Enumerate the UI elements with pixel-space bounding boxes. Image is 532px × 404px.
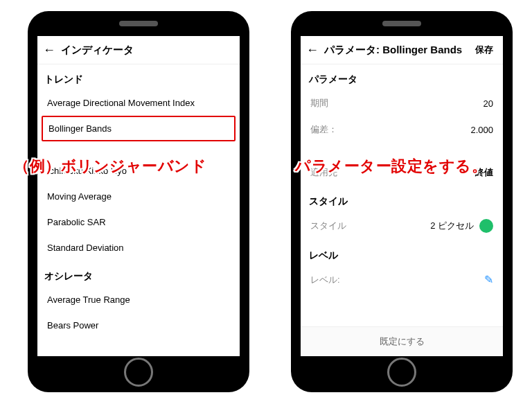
reset-default-button[interactable]: 既定にする [301, 326, 503, 356]
phone-right: ← パラメータ: Bollinger Bands 保存 パラメータ 期間 20 … [291, 11, 513, 392]
pencil-icon[interactable]: ✎ [484, 273, 493, 286]
content-left: トレンド Average Directional Movement Index … [37, 64, 240, 356]
param-row-applyto[interactable]: 適用先 終値 [301, 159, 503, 186]
home-button-icon[interactable] [387, 358, 416, 387]
phone-left: ← インディケータ トレンド Average Directional Movem… [28, 11, 249, 392]
list-item[interactable]: Average Directional Movement Index [37, 90, 240, 116]
list-item[interactable]: Average True Range [37, 287, 240, 313]
list-item[interactable]: Parabolic SAR [37, 209, 240, 235]
back-arrow-icon[interactable]: ← [306, 43, 324, 58]
level-row[interactable]: レベル: ✎ [301, 266, 503, 293]
style-value: 2 ピクセル [430, 219, 493, 233]
param-row-deviation[interactable]: 偏差： 2.000 [301, 116, 503, 143]
list-item-bollinger[interactable]: Bollinger Bands [42, 116, 236, 141]
style-value-text: 2 ピクセル [430, 220, 474, 232]
param-value: 20 [484, 98, 493, 109]
param-value: 終値 [475, 166, 493, 179]
style-row[interactable]: スタイル 2 ピクセル [301, 212, 503, 240]
content-right: パラメータ 期間 20 偏差： 2.000 適用先 終値 スタイル スタイル [301, 64, 503, 356]
param-label: 偏差： [310, 123, 337, 136]
back-arrow-icon[interactable]: ← [43, 43, 61, 58]
appbar-left: ← インディケータ [37, 36, 240, 64]
phone-speaker [382, 21, 421, 26]
level-label: レベル: [310, 274, 340, 286]
save-button[interactable]: 保存 [471, 41, 497, 59]
appbar-title-right: パラメータ: Bollinger Bands [324, 44, 471, 57]
appbar-right: ← パラメータ: Bollinger Bands 保存 [301, 36, 503, 64]
section-header-level: レベル [301, 240, 503, 266]
section-header-style: スタイル [301, 186, 503, 212]
list-item[interactable]: Standard Deviation [37, 235, 240, 261]
list-item[interactable]: Moving Average [37, 184, 240, 209]
color-dot-icon[interactable] [479, 219, 493, 233]
param-label: 適用先 [310, 166, 337, 179]
section-header-param: パラメータ [301, 64, 503, 90]
style-label: スタイル [310, 220, 346, 232]
param-label: 期間 [310, 97, 328, 109]
list-item-hidden [37, 141, 240, 158]
param-row-period[interactable]: 期間 20 [301, 90, 503, 116]
home-button-icon[interactable] [124, 358, 153, 387]
phone-speaker [119, 21, 158, 26]
list-item[interactable]: Bears Power [37, 313, 240, 338]
screen-right: ← パラメータ: Bollinger Bands 保存 パラメータ 期間 20 … [301, 36, 503, 356]
param-value: 2.000 [470, 125, 493, 135]
appbar-title-left: インディケータ [61, 44, 234, 57]
screen-left: ← インディケータ トレンド Average Directional Movem… [37, 36, 240, 356]
section-header-trend: トレンド [37, 64, 240, 90]
section-header-oscillator: オシレータ [37, 261, 240, 287]
list-item[interactable]: Ichimoku Kinko Hyo [37, 158, 240, 184]
spacer [301, 143, 503, 159]
